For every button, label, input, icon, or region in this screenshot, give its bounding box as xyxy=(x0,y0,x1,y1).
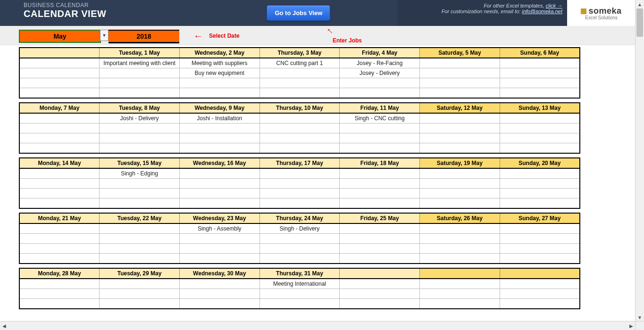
calendar-cell[interactable] xyxy=(179,234,259,244)
calendar-cell[interactable] xyxy=(100,244,180,254)
calendar-cell[interactable]: Joshi - Delivery xyxy=(100,113,180,124)
calendar-cell[interactable] xyxy=(19,289,100,299)
calendar-cell[interactable] xyxy=(500,244,580,254)
calendar-cell[interactable] xyxy=(340,189,420,198)
calendar-cell[interactable] xyxy=(340,179,420,189)
calendar-cell[interactable] xyxy=(19,88,100,99)
calendar-cell[interactable] xyxy=(19,244,100,254)
calendar-cell[interactable] xyxy=(420,198,500,209)
calendar-cell[interactable] xyxy=(100,68,180,78)
calendar-cell[interactable] xyxy=(340,143,420,154)
calendar-cell[interactable] xyxy=(500,279,580,289)
calendar-cell[interactable] xyxy=(500,223,580,234)
calendar-cell[interactable] xyxy=(179,124,259,133)
calendar-cell[interactable] xyxy=(500,299,580,309)
calendar-cell[interactable] xyxy=(179,244,259,254)
calendar-cell[interactable] xyxy=(19,189,100,198)
go-to-jobs-button[interactable]: Go to Jobs View xyxy=(267,5,330,21)
calendar-cell[interactable] xyxy=(259,124,340,133)
calendar-cell[interactable] xyxy=(100,179,180,189)
calendar-cell[interactable] xyxy=(420,68,500,78)
month-dropdown-button[interactable]: ▼ xyxy=(100,30,109,41)
calendar-cell[interactable] xyxy=(179,279,259,289)
calendar-cell[interactable]: Singh - Delivery xyxy=(259,223,340,234)
calendar-cell[interactable] xyxy=(420,168,500,179)
calendar-cell[interactable] xyxy=(100,234,180,244)
calendar-cell[interactable] xyxy=(420,179,500,189)
calendar-cell[interactable] xyxy=(19,179,100,189)
calendar-cell[interactable] xyxy=(340,88,420,99)
calendar-cell[interactable] xyxy=(500,234,580,244)
vertical-scrollbar[interactable]: ▲ ▼ xyxy=(635,0,644,322)
calendar-cell[interactable] xyxy=(340,279,420,289)
calendar-cell[interactable] xyxy=(19,124,100,133)
calendar-cell[interactable] xyxy=(500,179,580,189)
customize-email-link[interactable]: info@someka.net xyxy=(522,8,562,14)
calendar-cell[interactable] xyxy=(179,198,259,209)
calendar-cell[interactable] xyxy=(340,133,420,143)
calendar-cell[interactable] xyxy=(340,78,420,88)
calendar-cell[interactable] xyxy=(420,189,500,198)
calendar-cell[interactable] xyxy=(100,289,180,299)
calendar-cell[interactable] xyxy=(100,189,180,198)
calendar-cell[interactable] xyxy=(19,254,100,264)
calendar-cell[interactable] xyxy=(19,58,100,68)
scroll-right-icon[interactable]: ▶ xyxy=(627,322,636,330)
calendar-cell[interactable] xyxy=(259,254,340,264)
calendar-cell[interactable]: CNC cutting part 1 xyxy=(259,58,340,68)
calendar-cell[interactable] xyxy=(179,189,259,198)
calendar-cell[interactable] xyxy=(259,289,340,299)
calendar-cell[interactable] xyxy=(420,133,500,143)
calendar-cell[interactable] xyxy=(100,124,180,133)
calendar-cell[interactable] xyxy=(420,299,500,309)
calendar-cell[interactable] xyxy=(19,68,100,78)
calendar-cell[interactable]: Josey - Re-Facing xyxy=(340,58,420,68)
calendar-cell[interactable] xyxy=(179,254,259,264)
calendar-cell[interactable] xyxy=(179,299,259,309)
calendar-cell[interactable] xyxy=(100,133,180,143)
calendar-cell[interactable] xyxy=(340,254,420,264)
calendar-cell[interactable]: Josey - Delivery xyxy=(340,68,420,78)
calendar-cell[interactable] xyxy=(179,88,259,99)
calendar-cell[interactable] xyxy=(420,143,500,154)
calendar-cell[interactable]: Joshi - Installation xyxy=(179,113,259,124)
calendar-cell[interactable]: Meeting with suppliers xyxy=(179,58,259,68)
calendar-cell[interactable] xyxy=(100,198,180,209)
calendar-cell[interactable] xyxy=(420,244,500,254)
calendar-cell[interactable] xyxy=(340,124,420,133)
calendar-cell[interactable]: Meeting International xyxy=(259,279,340,289)
calendar-cell[interactable]: Buy new equipment xyxy=(179,68,259,78)
calendar-cell[interactable] xyxy=(259,234,340,244)
calendar-cell[interactable] xyxy=(179,133,259,143)
calendar-cell[interactable] xyxy=(420,254,500,264)
calendar-cell[interactable] xyxy=(420,234,500,244)
calendar-cell[interactable] xyxy=(19,78,100,88)
calendar-cell[interactable] xyxy=(500,68,580,78)
calendar-cell[interactable] xyxy=(259,244,340,254)
calendar-cell[interactable] xyxy=(259,133,340,143)
calendar-cell[interactable] xyxy=(500,143,580,154)
calendar-cell[interactable] xyxy=(420,279,500,289)
calendar-cell[interactable] xyxy=(179,78,259,88)
calendar-cell[interactable] xyxy=(340,168,420,179)
calendar-cell[interactable] xyxy=(500,124,580,133)
templates-link[interactable]: click → xyxy=(546,3,562,8)
calendar-cell[interactable] xyxy=(259,189,340,198)
calendar-cell[interactable] xyxy=(19,113,100,124)
calendar-cell[interactable]: Singh - CNC cutting xyxy=(340,113,420,124)
calendar-cell[interactable] xyxy=(100,279,180,289)
calendar-cell[interactable] xyxy=(340,223,420,234)
calendar-cell[interactable] xyxy=(340,299,420,309)
calendar-cell[interactable] xyxy=(259,168,340,179)
calendar-cell[interactable] xyxy=(500,289,580,299)
calendar-cell[interactable] xyxy=(500,113,580,124)
scroll-down-icon[interactable]: ▼ xyxy=(636,313,644,322)
calendar-cell[interactable] xyxy=(19,234,100,244)
calendar-cell[interactable] xyxy=(500,88,580,99)
scroll-thumb[interactable] xyxy=(636,8,643,37)
calendar-cell[interactable] xyxy=(19,168,100,179)
calendar-cell[interactable] xyxy=(420,88,500,99)
calendar-cell[interactable] xyxy=(19,223,100,234)
calendar-cell[interactable] xyxy=(19,143,100,154)
calendar-cell[interactable]: Important meeting with client xyxy=(100,58,180,68)
